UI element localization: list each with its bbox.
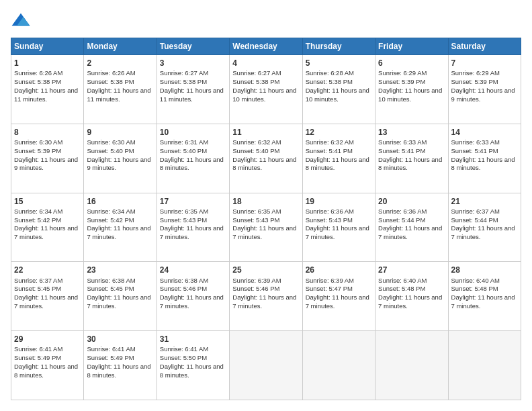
calendar-day-cell xyxy=(448,331,521,400)
weekday-header-cell: Monday xyxy=(84,38,157,55)
day-info: Sunrise: 6:38 AMSunset: 5:45 PMDaylight:… xyxy=(87,277,153,311)
calendar-day-cell: 30Sunrise: 6:41 AMSunset: 5:49 PMDayligh… xyxy=(84,331,157,400)
calendar-day-cell: 13Sunrise: 6:33 AMSunset: 5:41 PMDayligh… xyxy=(375,124,448,193)
calendar-day-cell: 10Sunrise: 6:31 AMSunset: 5:40 PMDayligh… xyxy=(157,124,229,193)
day-number: 5 xyxy=(306,58,372,68)
day-number: 2 xyxy=(87,58,153,68)
calendar-day-cell: 26Sunrise: 6:39 AMSunset: 5:47 PMDayligh… xyxy=(302,262,375,331)
calendar-day-cell: 19Sunrise: 6:36 AMSunset: 5:43 PMDayligh… xyxy=(302,193,375,262)
day-info: Sunrise: 6:26 AMSunset: 5:38 PMDaylight:… xyxy=(87,69,153,103)
calendar-day-cell: 12Sunrise: 6:32 AMSunset: 5:41 PMDayligh… xyxy=(302,124,375,193)
day-number: 25 xyxy=(232,265,299,275)
day-info: Sunrise: 6:27 AMSunset: 5:38 PMDaylight:… xyxy=(232,69,299,103)
calendar-week-row: 22Sunrise: 6:37 AMSunset: 5:45 PMDayligh… xyxy=(11,262,521,331)
day-info: Sunrise: 6:38 AMSunset: 5:46 PMDaylight:… xyxy=(160,277,226,311)
day-number: 7 xyxy=(451,58,518,68)
day-number: 6 xyxy=(378,58,445,68)
day-number: 21 xyxy=(451,196,518,207)
calendar-week-row: 15Sunrise: 6:34 AMSunset: 5:42 PMDayligh… xyxy=(11,193,521,262)
day-info: Sunrise: 6:26 AMSunset: 5:38 PMDaylight:… xyxy=(14,69,81,103)
calendar-day-cell: 2Sunrise: 6:26 AMSunset: 5:38 PMDaylight… xyxy=(84,55,157,124)
day-number: 19 xyxy=(306,196,372,207)
day-info: Sunrise: 6:35 AMSunset: 5:43 PMDaylight:… xyxy=(160,208,226,242)
day-info: Sunrise: 6:41 AMSunset: 5:50 PMDaylight:… xyxy=(160,345,226,379)
day-info: Sunrise: 6:34 AMSunset: 5:42 PMDaylight:… xyxy=(14,208,81,242)
day-number: 29 xyxy=(14,334,81,345)
day-number: 23 xyxy=(87,265,153,275)
calendar-day-cell: 4Sunrise: 6:27 AMSunset: 5:38 PMDaylight… xyxy=(230,55,302,124)
weekday-header-cell: Wednesday xyxy=(230,38,302,55)
day-info: Sunrise: 6:29 AMSunset: 5:39 PMDaylight:… xyxy=(378,69,445,103)
day-number: 13 xyxy=(378,127,445,138)
day-number: 24 xyxy=(160,265,226,275)
day-number: 20 xyxy=(378,196,445,207)
weekday-header-cell: Tuesday xyxy=(157,38,229,55)
calendar-day-cell: 18Sunrise: 6:35 AMSunset: 5:43 PMDayligh… xyxy=(230,193,302,262)
day-number: 26 xyxy=(306,265,372,275)
day-number: 8 xyxy=(14,127,81,138)
day-info: Sunrise: 6:35 AMSunset: 5:43 PMDaylight:… xyxy=(232,208,299,242)
calendar-day-cell: 16Sunrise: 6:34 AMSunset: 5:42 PMDayligh… xyxy=(84,193,157,262)
calendar-day-cell: 5Sunrise: 6:28 AMSunset: 5:38 PMDaylight… xyxy=(302,55,375,124)
calendar-day-cell: 20Sunrise: 6:36 AMSunset: 5:44 PMDayligh… xyxy=(375,193,448,262)
day-info: Sunrise: 6:33 AMSunset: 5:41 PMDaylight:… xyxy=(378,138,445,173)
calendar-day-cell: 8Sunrise: 6:30 AMSunset: 5:39 PMDaylight… xyxy=(11,124,84,193)
calendar-header-row: SundayMondayTuesdayWednesdayThursdayFrid… xyxy=(11,38,521,55)
day-info: Sunrise: 6:37 AMSunset: 5:44 PMDaylight:… xyxy=(451,208,518,242)
day-number: 1 xyxy=(14,58,81,68)
day-number: 22 xyxy=(14,265,81,275)
day-number: 17 xyxy=(160,196,226,207)
day-number: 30 xyxy=(87,334,153,345)
calendar-day-cell: 1Sunrise: 6:26 AMSunset: 5:38 PMDaylight… xyxy=(11,55,84,124)
calendar-day-cell: 24Sunrise: 6:38 AMSunset: 5:46 PMDayligh… xyxy=(157,262,229,331)
logo xyxy=(11,11,35,31)
day-info: Sunrise: 6:32 AMSunset: 5:41 PMDaylight:… xyxy=(306,138,372,173)
calendar-day-cell: 31Sunrise: 6:41 AMSunset: 5:50 PMDayligh… xyxy=(157,331,229,400)
calendar-day-cell: 27Sunrise: 6:40 AMSunset: 5:48 PMDayligh… xyxy=(375,262,448,331)
calendar-day-cell: 15Sunrise: 6:34 AMSunset: 5:42 PMDayligh… xyxy=(11,193,84,262)
calendar-day-cell: 7Sunrise: 6:29 AMSunset: 5:39 PMDaylight… xyxy=(448,55,521,124)
calendar-day-cell xyxy=(375,331,448,400)
calendar-body: 1Sunrise: 6:26 AMSunset: 5:38 PMDaylight… xyxy=(11,55,521,400)
calendar-day-cell: 6Sunrise: 6:29 AMSunset: 5:39 PMDaylight… xyxy=(375,55,448,124)
day-number: 14 xyxy=(451,127,518,138)
day-info: Sunrise: 6:30 AMSunset: 5:39 PMDaylight:… xyxy=(14,138,81,173)
calendar-day-cell: 22Sunrise: 6:37 AMSunset: 5:45 PMDayligh… xyxy=(11,262,84,331)
day-number: 11 xyxy=(232,127,299,138)
day-info: Sunrise: 6:40 AMSunset: 5:48 PMDaylight:… xyxy=(451,277,518,311)
day-info: Sunrise: 6:29 AMSunset: 5:39 PMDaylight:… xyxy=(451,69,518,103)
day-info: Sunrise: 6:39 AMSunset: 5:46 PMDaylight:… xyxy=(232,277,299,311)
day-info: Sunrise: 6:34 AMSunset: 5:42 PMDaylight:… xyxy=(87,208,153,242)
weekday-header-cell: Thursday xyxy=(302,38,375,55)
day-info: Sunrise: 6:40 AMSunset: 5:48 PMDaylight:… xyxy=(378,277,445,311)
calendar-day-cell: 23Sunrise: 6:38 AMSunset: 5:45 PMDayligh… xyxy=(84,262,157,331)
day-info: Sunrise: 6:41 AMSunset: 5:49 PMDaylight:… xyxy=(87,345,153,379)
weekday-header-cell: Saturday xyxy=(448,38,521,55)
calendar-day-cell: 11Sunrise: 6:32 AMSunset: 5:40 PMDayligh… xyxy=(230,124,302,193)
day-info: Sunrise: 6:37 AMSunset: 5:45 PMDaylight:… xyxy=(14,277,81,311)
calendar-week-row: 1Sunrise: 6:26 AMSunset: 5:38 PMDaylight… xyxy=(11,55,521,124)
day-number: 31 xyxy=(160,334,226,345)
day-info: Sunrise: 6:31 AMSunset: 5:40 PMDaylight:… xyxy=(160,138,226,173)
weekday-header-cell: Sunday xyxy=(11,38,84,55)
header xyxy=(11,11,521,31)
calendar-day-cell: 29Sunrise: 6:41 AMSunset: 5:49 PMDayligh… xyxy=(11,331,84,400)
page: SundayMondayTuesdayWednesdayThursdayFrid… xyxy=(0,0,532,411)
calendar-day-cell: 9Sunrise: 6:30 AMSunset: 5:40 PMDaylight… xyxy=(84,124,157,193)
logo-icon xyxy=(11,11,31,31)
calendar-day-cell: 28Sunrise: 6:40 AMSunset: 5:48 PMDayligh… xyxy=(448,262,521,331)
calendar-week-row: 8Sunrise: 6:30 AMSunset: 5:39 PMDaylight… xyxy=(11,124,521,193)
day-info: Sunrise: 6:30 AMSunset: 5:40 PMDaylight:… xyxy=(87,138,153,173)
day-number: 4 xyxy=(232,58,299,68)
day-number: 16 xyxy=(87,196,153,207)
calendar-table: SundayMondayTuesdayWednesdayThursdayFrid… xyxy=(11,38,521,400)
day-info: Sunrise: 6:32 AMSunset: 5:40 PMDaylight:… xyxy=(232,138,299,173)
day-number: 10 xyxy=(160,127,226,138)
calendar-day-cell xyxy=(230,331,302,400)
weekday-header-cell: Friday xyxy=(375,38,448,55)
calendar-day-cell xyxy=(302,331,375,400)
day-number: 15 xyxy=(14,196,81,207)
day-number: 28 xyxy=(451,265,518,275)
day-number: 9 xyxy=(87,127,153,138)
day-number: 18 xyxy=(232,196,299,207)
